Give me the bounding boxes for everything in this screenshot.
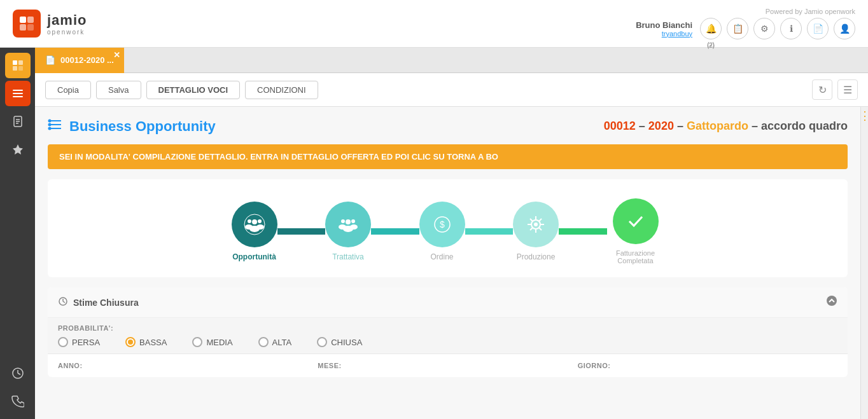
radio-label-bassa: BASSA [139, 338, 167, 347]
tab-bar: 📄 00012-2020 ... ✕ [35, 48, 868, 73]
toolbar-right-icons: ↻ ☰ [812, 79, 858, 100]
step-label-produzione: Produzione [517, 252, 556, 261]
svg-line-49 [530, 228, 533, 230]
radio-btn-chiusa[interactable] [317, 337, 327, 347]
svg-line-48 [539, 219, 542, 221]
svg-rect-9 [13, 93, 23, 94]
step-circle-opportunita [232, 202, 277, 247]
radio-label-alta: ALTA [272, 338, 292, 347]
svg-rect-6 [13, 66, 17, 71]
dettaglio-voci-button[interactable]: DETTAGLIO VOCI [146, 81, 241, 99]
top-bar: jamio openwork Powered by Jamio openwork… [0, 0, 868, 48]
stime-icon [58, 296, 68, 308]
info-button[interactable]: ℹ [780, 18, 802, 39]
radio-btn-bassa[interactable] [125, 337, 136, 347]
radio-bassa[interactable]: BASSA [125, 337, 167, 347]
probabilita-label: PROBABILITA': [58, 324, 837, 332]
step-label-fatturazione: Fatturazione Completata [607, 249, 664, 264]
svg-point-28 [248, 219, 251, 223]
user-name: Bruno Bianchi [636, 20, 692, 30]
step-produzione[interactable]: Produzione [513, 202, 559, 261]
content-area: 📄 00012-2020 ... ✕ Copia Salva DETTAGLIO… [35, 48, 868, 419]
sidebar-item-list[interactable] [5, 81, 31, 106]
brand-sub: openwork [47, 29, 87, 36]
user-info: Bruno Bianchi tryandbuy [636, 20, 692, 38]
svg-rect-4 [13, 60, 17, 65]
step-trattativa[interactable]: Trattativa [325, 202, 371, 261]
svg-point-23 [49, 124, 51, 126]
sidebar-item-star[interactable] [5, 137, 31, 162]
step-label-trattativa: Trattativa [332, 252, 364, 261]
connector-2 [371, 228, 419, 235]
svg-rect-10 [13, 96, 23, 97]
steps-container: Opportunità [48, 179, 848, 277]
radio-media[interactable]: MEDIA [192, 337, 232, 347]
ref-name: Gattopardo [687, 120, 748, 132]
main-layout: 📄 00012-2020 ... ✕ Copia Salva DETTAGLIO… [0, 48, 868, 419]
sidebar-item-docs[interactable] [5, 109, 31, 134]
notification-count: (2) [707, 42, 715, 49]
svg-point-32 [346, 219, 351, 224]
sidebar-item-phone[interactable] [5, 388, 31, 414]
svg-rect-1 [27, 17, 34, 23]
ref-accord: accordo quadro [761, 120, 848, 132]
page-content: Business Opportunity 00012 – 2020 – Gatt… [35, 107, 860, 419]
step-ordine[interactable]: $ Ordine [419, 202, 465, 261]
logo-area: jamio openwork [13, 10, 87, 38]
svg-point-22 [49, 120, 51, 122]
copia-button[interactable]: Copia [45, 81, 91, 99]
right-accent-bar: ⋮ [860, 107, 868, 419]
settings-button[interactable]: ⚙ [753, 18, 775, 39]
svg-line-18 [18, 373, 20, 374]
svg-point-31 [256, 224, 264, 230]
tab-00012[interactable]: 📄 00012-2020 ... ✕ [35, 48, 124, 73]
page-title-icon [48, 117, 63, 135]
svg-point-37 [350, 224, 358, 230]
menu-button[interactable]: ☰ [837, 79, 858, 100]
radio-alta[interactable]: ALTA [258, 337, 292, 347]
radio-btn-persa[interactable] [58, 337, 68, 347]
step-circle-trattativa [325, 202, 371, 247]
tab-close-button[interactable]: ✕ [113, 50, 120, 60]
radio-persa[interactable]: PERSA [58, 337, 100, 347]
logo-text: jamio openwork [47, 12, 87, 36]
step-circle-produzione [513, 202, 559, 247]
user-link[interactable]: tryandbuy [636, 30, 692, 38]
svg-rect-7 [18, 66, 23, 71]
steps-track: Opportunità [232, 198, 664, 264]
section-collapse-button[interactable] [826, 295, 837, 310]
refresh-button[interactable]: ↻ [812, 79, 832, 100]
step-fatturazione[interactable]: Fatturazione Completata [607, 198, 664, 264]
svg-rect-3 [27, 24, 34, 31]
radio-label-media: MEDIA [206, 338, 232, 347]
page-title-area: Business Opportunity [48, 117, 216, 135]
connector-1 [277, 228, 326, 235]
radio-chiusa[interactable]: CHIUSA [317, 337, 362, 347]
sidebar-item-clock[interactable] [5, 361, 31, 386]
svg-point-36 [351, 219, 355, 223]
connector-3 [465, 228, 514, 235]
step-circle-fatturazione [613, 198, 659, 244]
salva-button[interactable]: Salva [96, 81, 141, 99]
brand-name: jamio [47, 12, 87, 29]
notifications-button[interactable]: 🔔 (2) [700, 18, 722, 39]
radio-btn-media[interactable] [192, 337, 202, 347]
stime-title-label: Stime Chiusura [73, 298, 139, 308]
documents-button[interactable]: 📋 [727, 18, 748, 39]
help-button[interactable]: 📄 [807, 18, 829, 39]
tab-doc-icon: 📄 [45, 55, 55, 65]
sidebar-item-home[interactable] [5, 53, 31, 78]
svg-rect-0 [20, 17, 26, 23]
page-reference: 00012 – 2020 – Gattopardo – accordo quad… [604, 120, 848, 133]
section-header-stime: Stime Chiusura [48, 287, 848, 318]
sidebar [0, 48, 35, 419]
top-right: Powered by Jamio openwork Bruno Bianchi … [636, 8, 855, 39]
date-fields-row: ANNO: MESE: GIORNO: [48, 354, 848, 377]
probabilita-radio-group: PERSA BASSA MEDIA [58, 337, 837, 347]
mese-label: MESE: [318, 362, 577, 369]
profile-button[interactable]: 👤 [834, 18, 855, 39]
step-opportunita[interactable]: Opportunità [232, 202, 277, 261]
svg-point-29 [245, 224, 253, 230]
radio-btn-alta[interactable] [258, 337, 269, 347]
condizioni-button[interactable]: CONDIZIONI [245, 81, 318, 99]
